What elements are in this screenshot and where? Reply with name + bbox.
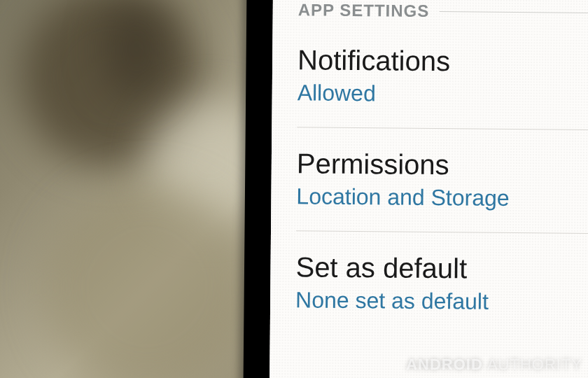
settings-item-subtitle: None set as default <box>295 287 588 316</box>
settings-item-set-as-default[interactable]: Set as default None set as default <box>295 231 588 321</box>
settings-item-permissions[interactable]: Permissions Location and Storage <box>296 127 588 234</box>
background-blur <box>42 182 252 378</box>
watermark-sub: AUTHORITY <box>487 356 582 374</box>
section-header-label: APP SETTINGS <box>298 0 430 21</box>
section-divider <box>439 11 588 13</box>
settings-item-notifications[interactable]: Notifications Allowed <box>297 24 588 130</box>
watermark: ANDROID AUTHORITY <box>406 356 582 374</box>
settings-item-subtitle: Location and Storage <box>296 183 588 212</box>
section-header: APP SETTINGS <box>298 0 588 27</box>
settings-item-subtitle: Allowed <box>298 80 588 108</box>
settings-item-title: Notifications <box>298 43 588 78</box>
photo-stage: APP SETTINGS Notifications Allowed Permi… <box>0 0 588 378</box>
background-blur <box>105 0 168 98</box>
watermark-brand: ANDROID <box>406 356 483 374</box>
settings-item-title: Set as default <box>295 251 588 286</box>
phone-screen: APP SETTINGS Notifications Allowed Permi… <box>270 0 588 378</box>
settings-item-title: Permissions <box>297 147 588 182</box>
